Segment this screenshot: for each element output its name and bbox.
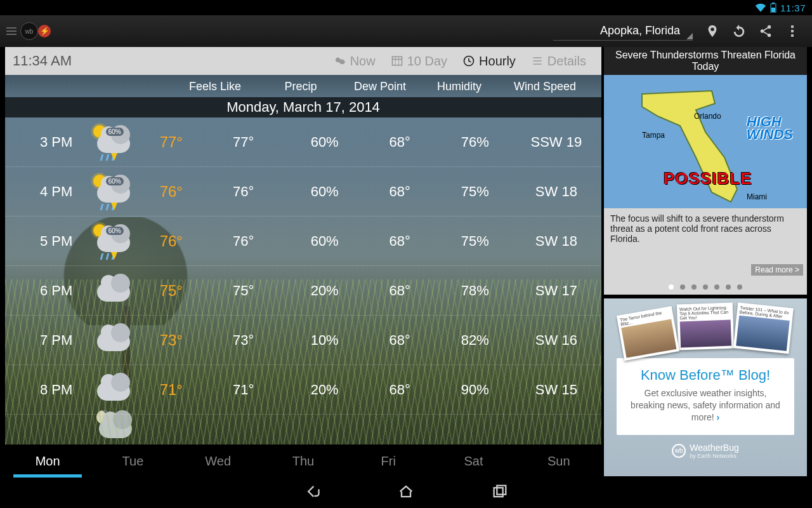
day-tab[interactable]: Fri [346,444,431,478]
carousel-dot[interactable] [737,284,742,290]
nav-back-button[interactable] [303,483,321,503]
weather-icon [84,323,144,358]
refresh-button[interactable] [726,15,752,47]
tab-10day[interactable]: 10 Day [383,54,455,69]
tab-details[interactable]: Details [523,54,594,69]
day-tab[interactable]: Sat [431,444,516,478]
blog-thumb: Twister 101 – What to do Before, During … [733,302,794,354]
svg-rect-7 [392,57,402,65]
svg-rect-12 [494,488,503,497]
view-mode-bar: 11:34 AM Now 10 Day Hourly Details [5,47,601,75]
read-more-button[interactable]: Read more > [751,264,803,276]
hour-time: 3 PM [5,134,84,150]
blog-title: Know Before™ Blog! [627,367,784,384]
carousel-dot[interactable] [691,284,697,290]
day-tab[interactable]: Sun [516,444,601,478]
day-tab[interactable]: Wed [176,444,261,478]
carousel-dot[interactable] [703,284,708,290]
svg-point-5 [768,34,771,37]
weather-icon: 60% [84,224,144,258]
col-humidity: Humidity [421,80,497,93]
location-name: Apopka, Florida [595,22,693,40]
day-tab[interactable]: Tue [90,444,175,478]
dropdown-triangle-icon [686,33,693,39]
menu-icon[interactable] [6,27,16,35]
hour-wind: SSW 19 [511,134,601,150]
hour-humidity: 78% [439,283,511,299]
hourly-row[interactable]: 3 PM60%77°77°60%68°76%SSW 19 [5,117,601,167]
blog-thumb: The Terror behind the Blitz... [617,306,679,361]
blog-thumb: Watch Out for Lightning: Top 5 Activitie… [677,302,734,350]
location-picker[interactable]: Apopka, Florida [553,22,693,41]
col-wind-speed: Wind Speed [497,80,593,93]
nav-home-button[interactable] [397,483,415,503]
hour-temp: 76° [144,232,198,250]
hourly-forecast[interactable]: Feels Like Precip Dew Point Humidity Win… [5,75,601,478]
hour-temp: 77° [144,133,198,151]
map-possible: POSSIBLE [664,169,752,189]
day-tabs: MonTueWedThuFriSatSun [5,444,601,478]
overflow-menu-button[interactable] [779,15,806,47]
hour-feels: 76° [198,233,288,250]
hour-dew: 68° [361,134,439,150]
map-label-miami: Miami [747,192,767,201]
carousel-dot[interactable] [680,284,685,290]
day-tab[interactable]: Thu [261,444,346,478]
main-panel: 11:34 AM Now 10 Day Hourly Details Feels… [5,47,601,478]
weatherbug-logo-icon: wb [672,444,686,458]
weather-icon: 60% [84,175,144,209]
hour-dew: 68° [361,184,439,200]
tab-now[interactable]: Now [326,54,383,69]
partial-next-row-icon [94,410,138,444]
side-panel: Severe Thunderstorms Threaten Florida To… [604,47,807,478]
hourly-row[interactable]: 4 PM60%76°76°60%68°75%SW 18 [5,167,601,217]
column-headers: Feels Like Precip Dew Point Humidity Win… [5,75,601,97]
svg-rect-2 [771,8,775,12]
blog-promo-card[interactable]: The Terror behind the Blitz...Watch Out … [604,298,807,476]
hour-wind: SW 17 [511,283,601,299]
carousel-dot[interactable] [726,284,731,290]
weather-icon: 60% [84,125,144,159]
map-high-winds: HIGHWINDS [747,116,793,141]
col-precip: Precip [263,80,339,93]
news-body: The focus will shift to a severe thunder… [604,208,807,295]
hour-precip: 10% [289,332,361,349]
svg-rect-13 [497,486,506,495]
carousel-dot[interactable] [714,284,719,290]
hourly-row[interactable]: 5 PM60%76°76°60%68°75%SW 18 [5,217,601,266]
svg-point-3 [768,25,771,29]
app-logo[interactable]: wb [20,22,38,40]
hourly-row[interactable]: 7 PM73°73°10%68°82%SW 16 [5,316,601,365]
android-status-bar: 11:37 [0,0,812,15]
hour-temp: 75° [144,282,198,300]
col-feels-like: Feels Like [167,80,263,93]
nav-recent-button[interactable] [491,483,509,503]
carousel-dot[interactable] [669,284,674,290]
day-tab[interactable]: Mon [5,444,90,478]
locate-button[interactable] [699,15,726,47]
hour-feels: 71° [198,382,288,398]
news-map: Tampa Orlando Miami HIGHWINDS POSSIBLE [604,75,807,208]
hourly-row[interactable]: 8 PM71°71°20%68°90%SW 15 [5,365,601,415]
alert-bolt-icon[interactable]: ⚡ [38,25,51,37]
carousel-dots[interactable] [604,284,807,290]
wifi-icon [755,3,766,12]
hour-time: 5 PM [5,233,84,250]
hour-feels: 77° [198,134,288,150]
tab-hourly[interactable]: Hourly [455,54,523,69]
weather-icon [84,373,144,407]
hour-precip: 60% [289,184,361,200]
news-card[interactable]: Severe Thunderstorms Threaten Florida To… [604,47,807,295]
hour-wind: SW 16 [511,332,601,349]
hour-time: 6 PM [5,283,84,299]
hour-humidity: 76% [439,134,511,150]
hour-humidity: 75% [439,233,511,250]
hourly-row[interactable]: 6 PM75°75°20%68°78%SW 17 [5,266,601,316]
updated-time: 11:34 AM [13,53,326,69]
svg-rect-1 [772,3,775,4]
share-button[interactable] [752,15,779,47]
hour-dew: 68° [361,382,439,398]
hour-feels: 75° [198,283,288,299]
map-label-tampa: Tampa [642,131,665,140]
hour-precip: 60% [289,233,361,250]
